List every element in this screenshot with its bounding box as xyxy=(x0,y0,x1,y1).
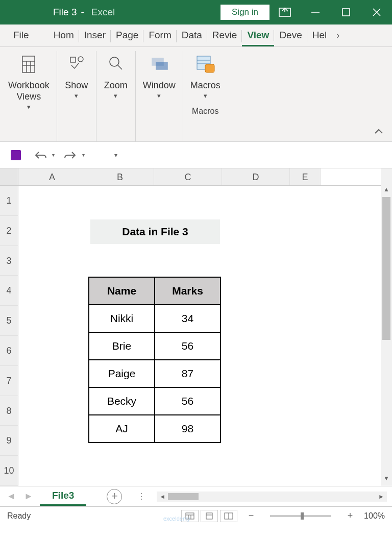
zoom-knob[interactable] xyxy=(301,512,304,520)
tabs-overflow-icon[interactable]: › xyxy=(332,27,344,46)
scroll-thumb[interactable] xyxy=(382,197,390,340)
tab-file[interactable]: File xyxy=(8,27,34,46)
horizontal-scrollbar[interactable]: ◄ ► xyxy=(157,492,387,502)
redo-caret-icon[interactable]: ▾ xyxy=(82,152,85,158)
chevron-down-icon: ▾ xyxy=(75,92,78,100)
scroll-thumb[interactable] xyxy=(168,493,199,500)
zoom-level[interactable]: 100% xyxy=(364,511,385,521)
undo-button[interactable] xyxy=(32,146,49,164)
tab-home[interactable]: Hom xyxy=(48,27,79,46)
cell[interactable]: Nikki xyxy=(89,305,155,332)
quick-access-toolbar: ▾ ▾ ▾ xyxy=(0,142,392,168)
sign-in-button[interactable]: Sign in xyxy=(220,5,270,20)
workbook-views-icon xyxy=(16,53,41,76)
column-headers: A B C D E xyxy=(18,168,381,186)
scroll-up-icon[interactable]: ▲ xyxy=(381,186,392,197)
scroll-down-icon[interactable]: ▼ xyxy=(381,475,392,486)
sheet-drag-handle-icon[interactable]: ⋮ xyxy=(137,492,146,501)
close-icon[interactable] xyxy=(361,0,392,24)
undo-caret-icon[interactable]: ▾ xyxy=(52,152,55,158)
cell[interactable]: 98 xyxy=(155,415,220,443)
svg-rect-10 xyxy=(70,57,76,62)
col-header[interactable]: D xyxy=(222,168,290,185)
cell[interactable]: AJ xyxy=(89,415,155,443)
tab-developer[interactable]: Deve xyxy=(274,27,307,46)
tab-insert[interactable]: Inser xyxy=(79,27,111,46)
macros-icon xyxy=(193,53,217,76)
chevron-down-icon: ▾ xyxy=(204,92,207,100)
chevron-down-icon: ▾ xyxy=(27,103,31,111)
cell-area[interactable]: Data in File 3 Name Marks Nikki34 Brie56… xyxy=(18,186,381,486)
row-header[interactable]: 10 xyxy=(0,456,18,486)
row-header[interactable]: 9 xyxy=(0,426,18,456)
page-layout-view-icon[interactable] xyxy=(201,510,218,522)
col-header[interactable]: C xyxy=(154,168,222,185)
cell[interactable]: 56 xyxy=(155,332,220,360)
sheet-nav-prev-icon[interactable]: ◄ xyxy=(5,491,17,502)
tab-view[interactable]: View xyxy=(242,27,274,46)
maximize-icon[interactable] xyxy=(331,0,361,24)
zoom-out-button[interactable]: − xyxy=(247,510,256,521)
select-all-corner[interactable] xyxy=(0,168,18,186)
cell[interactable]: Becky xyxy=(89,387,155,415)
row-header[interactable]: 2 xyxy=(0,216,18,246)
table-row: Brie56 xyxy=(89,332,220,360)
title-sep: - xyxy=(81,7,84,18)
svg-rect-5 xyxy=(22,56,35,72)
row-header[interactable]: 5 xyxy=(0,306,18,336)
cell[interactable]: Brie xyxy=(89,332,155,360)
row-headers: 1 2 3 4 5 6 7 8 9 10 xyxy=(0,186,18,486)
header-marks[interactable]: Marks xyxy=(155,277,220,305)
cell[interactable]: Paige xyxy=(89,360,155,387)
svg-point-11 xyxy=(78,57,83,62)
col-header[interactable]: E xyxy=(290,168,321,185)
sheet-nav-next-icon[interactable]: ► xyxy=(22,491,35,502)
macros-label: Macros xyxy=(190,80,220,91)
cell[interactable]: 34 xyxy=(155,305,220,332)
tab-help[interactable]: Hel xyxy=(307,27,332,46)
ribbon-macros[interactable]: Macros ▾ Macros xyxy=(183,51,228,141)
ribbon-mode-icon[interactable] xyxy=(270,0,300,24)
vertical-scrollbar[interactable]: ▲ ▼ xyxy=(381,186,392,486)
ribbon-zoom[interactable]: Zoom ▾ xyxy=(96,51,136,141)
data-title-cell[interactable]: Data in File 3 xyxy=(90,219,220,244)
chevron-down-icon: ▾ xyxy=(114,92,117,100)
col-header[interactable]: A xyxy=(18,168,86,185)
col-header[interactable]: B xyxy=(86,168,154,185)
qat-customize-icon[interactable]: ▾ xyxy=(107,146,125,164)
new-sheet-button[interactable]: + xyxy=(107,489,122,504)
scroll-right-icon[interactable]: ► xyxy=(376,493,387,500)
minimize-icon[interactable] xyxy=(300,0,331,24)
title-bar: File 3 - Excel Sign in xyxy=(0,0,392,24)
page-break-view-icon[interactable] xyxy=(220,510,237,522)
save-button[interactable] xyxy=(7,146,24,164)
zoom-slider[interactable] xyxy=(270,515,331,517)
cell[interactable]: 56 xyxy=(155,387,220,415)
tab-page[interactable]: Page xyxy=(111,27,143,46)
row-header[interactable]: 1 xyxy=(0,186,18,216)
redo-button[interactable] xyxy=(62,146,79,164)
cell[interactable]: 87 xyxy=(155,360,220,387)
ribbon-show[interactable]: Show ▾ xyxy=(57,51,96,141)
svg-rect-27 xyxy=(206,513,212,519)
tab-review[interactable]: Revie xyxy=(207,27,242,46)
scroll-left-icon[interactable]: ◄ xyxy=(157,493,168,500)
ribbon-workbook-views[interactable]: Workbook Views ▾ xyxy=(5,51,57,141)
row-header[interactable]: 3 xyxy=(0,246,18,276)
row-header[interactable]: 7 xyxy=(0,366,18,396)
ribbon-window[interactable]: Window ▾ xyxy=(136,51,183,141)
header-name[interactable]: Name xyxy=(89,277,155,305)
zoom-in-button[interactable]: + xyxy=(346,510,355,521)
normal-view-icon[interactable] xyxy=(181,510,199,522)
tab-data[interactable]: Data xyxy=(177,27,207,46)
row-header[interactable]: 6 xyxy=(0,336,18,366)
svg-point-12 xyxy=(110,57,119,66)
sheet-tab-active[interactable]: File3 xyxy=(40,487,86,506)
svg-rect-22 xyxy=(13,156,19,160)
svg-rect-23 xyxy=(186,513,194,519)
collapse-ribbon-icon[interactable] xyxy=(374,128,384,137)
zoom-icon xyxy=(104,53,128,76)
tab-formulas[interactable]: Form xyxy=(143,27,176,46)
row-header[interactable]: 4 xyxy=(0,276,18,306)
row-header[interactable]: 8 xyxy=(0,396,18,426)
